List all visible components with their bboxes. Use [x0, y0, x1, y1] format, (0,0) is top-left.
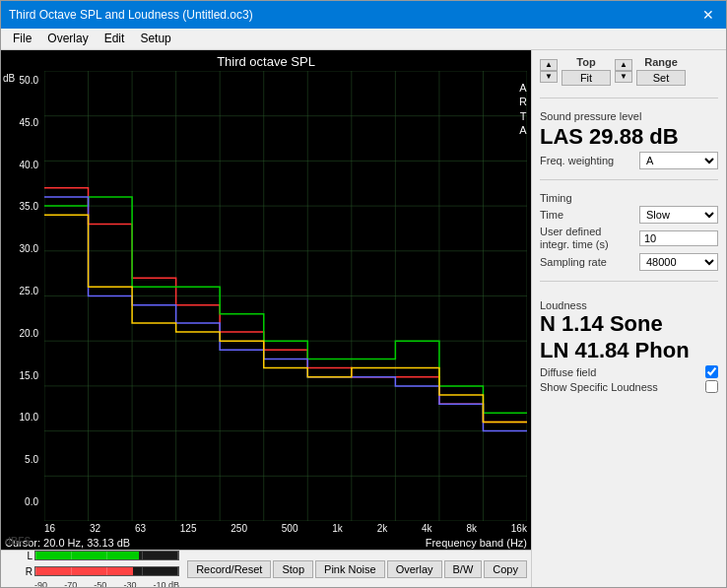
level-row-l: L — [5, 549, 179, 562]
time-label: Time — [540, 209, 563, 221]
user-defined-label: User definedintegr. time (s) — [540, 226, 609, 251]
divider-1 — [540, 98, 718, 98]
range-up-button[interactable]: ▲ — [615, 59, 632, 71]
y-axis: dB 50.0 45.0 40.0 35.0 30.0 25.0 20.0 15… — [1, 71, 44, 521]
y-label-20: 20.0 — [3, 328, 42, 339]
x-axis: 16 32 63 125 250 500 1k 2k 4k 8k 16k — [1, 521, 531, 536]
time-row: Time Slow Fast Impulse — [540, 206, 718, 224]
spl-section-label: Sound pressure level — [540, 110, 718, 122]
show-specific-checkbox[interactable] — [705, 380, 718, 393]
time-select[interactable]: Slow Fast Impulse — [639, 206, 718, 224]
level-bar-row: dBFS L — [1, 550, 531, 587]
copy-button[interactable]: Copy — [484, 560, 527, 578]
db-label: dB — [3, 73, 15, 84]
loudness-section: Loudness N 1.14 Sone LN 41.84 Phon Diffu… — [540, 295, 718, 395]
l-label: L — [5, 551, 33, 561]
record-reset-button[interactable]: Record/Reset — [187, 560, 271, 578]
bw-button[interactable]: B/W — [444, 560, 483, 578]
show-specific-row: Show Specific Loudness — [540, 380, 718, 393]
top-up-button[interactable]: ▲ — [540, 59, 558, 71]
bottom-buttons: Record/Reset Stop Pink Noise Overlay B/W… — [187, 560, 527, 578]
set-button[interactable]: Set — [636, 70, 686, 86]
menu-edit[interactable]: Edit — [97, 31, 133, 47]
y-label-5: 5.0 — [3, 454, 42, 465]
sampling-rate-row: Sampling rate 44100 48000 96000 — [540, 253, 718, 271]
menu-file[interactable]: File — [5, 31, 39, 47]
x-label-1k: 1k — [332, 523, 343, 534]
tick-70: -70 — [64, 580, 77, 587]
range-spin: ▲ ▼ — [615, 59, 632, 83]
title-bar: Third Octave SPL and Loudness (Untitled.… — [1, 1, 726, 29]
y-label-40: 40.0 — [3, 160, 42, 170]
x-label-16: 16 — [44, 523, 55, 534]
loudness-section-label: Loudness — [540, 299, 718, 311]
top-range-controls: ▲ ▼ Top Fit ▲ ▼ Range Set — [540, 56, 718, 86]
tick-10db: -10 dB — [154, 580, 180, 587]
divider-3 — [540, 281, 718, 282]
sampling-rate-select[interactable]: 44100 48000 96000 — [639, 253, 718, 271]
y-label-45: 45.0 — [3, 117, 42, 128]
x-label-125: 125 — [180, 523, 197, 534]
diffuse-field-label: Diffuse field — [540, 366, 596, 378]
chart-title: Third octave SPL — [1, 50, 531, 71]
stop-button[interactable]: Stop — [273, 560, 313, 578]
y-label-15: 15.0 — [3, 370, 42, 381]
level-row-r: R — [5, 564, 179, 578]
spl-value: LAS 29.88 dB — [540, 124, 718, 150]
range-label: Range — [644, 56, 678, 68]
top-label: Top — [576, 56, 595, 68]
top-spin: ▲ ▼ — [540, 59, 558, 83]
y-label-35: 35.0 — [3, 201, 42, 212]
close-button[interactable]: ✕ — [698, 5, 718, 25]
tick-30: -30 — [123, 580, 136, 587]
user-defined-row: User definedintegr. time (s) — [540, 226, 718, 251]
y-label-10: 10.0 — [3, 412, 42, 423]
tick-50: -50 — [94, 580, 106, 587]
n-value: N 1.14 Sone — [540, 311, 718, 337]
freq-weighting-label: Freq. weighting — [540, 155, 614, 166]
arta-label: ARTA — [519, 81, 527, 137]
ln-value: LN 41.84 Phon — [540, 338, 718, 363]
x-label-4k: 4k — [422, 523, 432, 534]
pink-noise-button[interactable]: Pink Noise — [315, 560, 385, 578]
chart-area: Third octave SPL dB 50.0 45.0 40.0 35.0 … — [1, 50, 531, 587]
right-panel: ▲ ▼ Top Fit ▲ ▼ Range Set Sou — [531, 50, 726, 587]
freq-band-label: Frequency band (Hz) — [426, 537, 527, 549]
top-group: Top Fit — [562, 56, 611, 86]
x-label-2k: 2k — [377, 523, 388, 534]
y-label-30: 30.0 — [3, 243, 42, 254]
menu-overlay[interactable]: Overlay — [39, 31, 96, 47]
menu-bar: File Overlay Edit Setup — [1, 29, 726, 50]
spl-section: Sound pressure level LAS 29.88 dB Freq. … — [540, 106, 718, 171]
x-label-63: 63 — [135, 523, 146, 534]
timing-label: Timing — [540, 192, 718, 204]
x-label-8k: 8k — [466, 523, 477, 534]
level-bar-container: dBFS L — [5, 536, 179, 587]
x-label-32: 32 — [90, 523, 100, 534]
window-title: Third Octave SPL and Loudness (Untitled.… — [9, 8, 253, 22]
divider-2 — [540, 179, 718, 180]
chart-canvas[interactable] — [44, 71, 527, 521]
chart-canvas-wrapper: dB 50.0 45.0 40.0 35.0 30.0 25.0 20.0 15… — [1, 71, 531, 521]
timing-section: Timing Time Slow Fast Impulse User defin… — [540, 188, 718, 273]
range-group: Range Set — [636, 56, 686, 86]
menu-setup[interactable]: Setup — [132, 31, 178, 47]
x-label-16k: 16k — [511, 523, 527, 534]
freq-weighting-select[interactable]: A C Z — [639, 152, 718, 169]
user-defined-input[interactable] — [639, 230, 718, 246]
tick-90: -90 — [34, 580, 47, 587]
dbfs-label: dBFS — [5, 536, 31, 547]
main-content: Third octave SPL dB 50.0 45.0 40.0 35.0 … — [1, 50, 726, 587]
main-window: Third Octave SPL and Loudness (Untitled.… — [0, 0, 727, 588]
x-label-500: 500 — [282, 523, 298, 534]
fit-button[interactable]: Fit — [562, 70, 611, 86]
show-specific-label: Show Specific Loudness — [540, 381, 658, 393]
overlay-button[interactable]: Overlay — [387, 560, 442, 578]
diffuse-field-checkbox[interactable] — [705, 365, 718, 378]
top-down-button[interactable]: ▼ — [540, 71, 558, 83]
range-down-button[interactable]: ▼ — [615, 71, 632, 83]
r-label: R — [5, 566, 33, 577]
y-label-25: 25.0 — [3, 286, 42, 296]
freq-weighting-row: Freq. weighting A C Z — [540, 152, 718, 169]
sampling-rate-label: Sampling rate — [540, 256, 607, 268]
